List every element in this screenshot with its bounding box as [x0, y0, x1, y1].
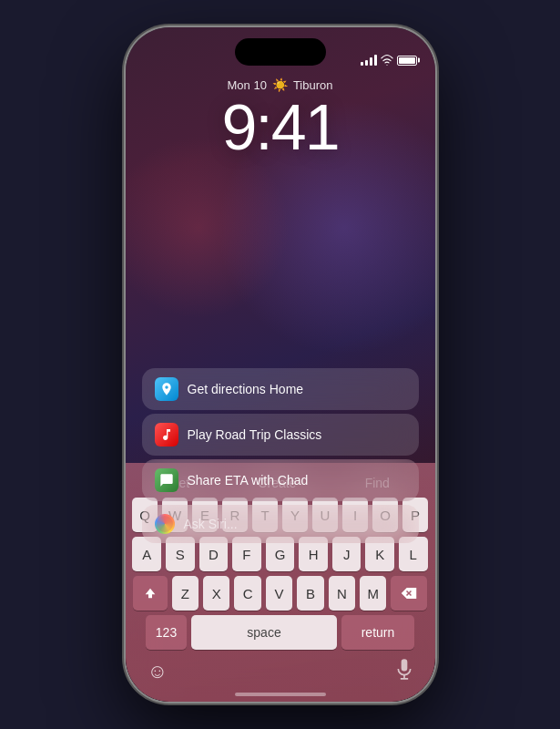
suggestion-directions[interactable]: Get directions Home	[142, 368, 419, 410]
suggestion-music-text: Play Road Trip Classics	[188, 427, 322, 442]
bottom-toolbar: ☺	[126, 654, 435, 693]
suggestion-directions-text: Get directions Home	[188, 382, 304, 396]
signal-icon	[361, 55, 377, 66]
maps-icon	[155, 377, 178, 401]
suggestion-messages-text: Share ETA with Chad	[188, 473, 309, 488]
suggestion-music[interactable]: Play Road Trip Classics	[142, 414, 419, 456]
siri-input-container[interactable]: Ask Siri...	[142, 505, 419, 543]
messages-icon	[155, 468, 178, 492]
delete-key[interactable]	[391, 576, 427, 611]
emoji-icon[interactable]: ☺	[148, 660, 168, 683]
date-label: Mon 10	[228, 78, 267, 92]
dynamic-island	[235, 38, 326, 66]
microphone-icon[interactable]	[395, 658, 413, 685]
wifi-icon	[381, 54, 393, 67]
space-key[interactable]: space	[191, 615, 337, 650]
music-icon	[155, 423, 178, 447]
key-row-3: Z X C V B N M	[133, 576, 428, 611]
date-weather-row: Mon 10 ☀️ Tiburon	[126, 77, 435, 92]
battery-icon	[397, 56, 417, 66]
key-b[interactable]: B	[297, 576, 323, 611]
key-c[interactable]: C	[234, 576, 260, 611]
key-m[interactable]: M	[360, 576, 386, 611]
num-key[interactable]: 123	[146, 615, 187, 650]
key-z[interactable]: Z	[172, 576, 199, 611]
time-display: 9:41	[126, 96, 435, 159]
home-indicator	[235, 693, 326, 696]
key-x[interactable]: X	[203, 576, 229, 611]
siri-orb-icon	[155, 514, 175, 534]
sun-icon: ☀️	[272, 77, 288, 92]
key-v[interactable]: V	[266, 576, 292, 611]
status-right	[361, 54, 417, 67]
battery-fill	[399, 57, 415, 64]
key-n[interactable]: N	[329, 576, 355, 611]
shift-key[interactable]	[133, 576, 168, 611]
return-key[interactable]: return	[341, 615, 414, 650]
lock-screen-info: Mon 10 ☀️ Tiburon 9:41	[126, 77, 435, 159]
suggestion-messages[interactable]: Share ETA with Chad	[142, 459, 419, 501]
location-label: Tiburon	[293, 78, 333, 92]
svg-point-0	[386, 65, 387, 66]
key-row-4: 123 space return	[133, 615, 428, 650]
siri-placeholder-text: Ask Siri...	[184, 517, 238, 531]
phone-frame: Mon 10 ☀️ Tiburon 9:41 Get directions Ho…	[126, 27, 435, 702]
siri-suggestions: Get directions Home Play Road Trip Class…	[126, 368, 435, 547]
